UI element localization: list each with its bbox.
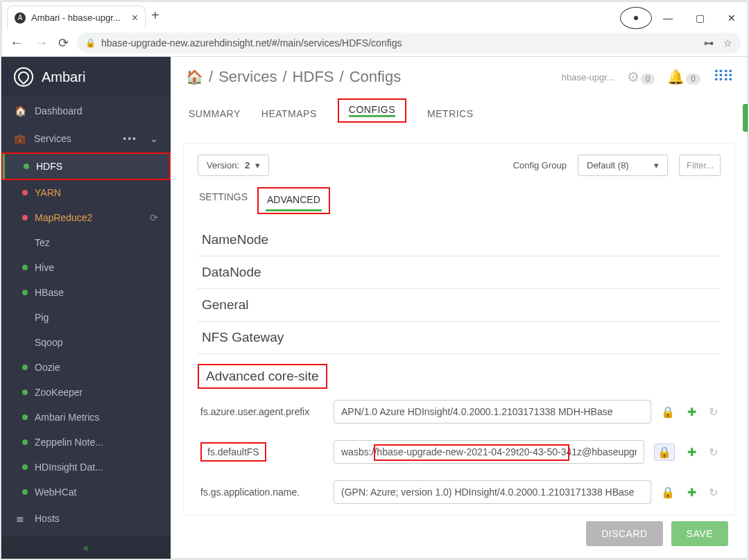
alerts-button[interactable]: 🔔0: [667, 69, 700, 85]
subtab-advanced[interactable]: ADVANCED: [266, 190, 322, 211]
status-dot-icon: [22, 464, 28, 470]
close-tab-icon[interactable]: ×: [132, 12, 138, 24]
profile-icon[interactable]: [620, 7, 652, 29]
url-text: hbase-upgrade-new.azurehdinsight.net/#/m…: [101, 37, 402, 49]
sidebar-item-hive[interactable]: Hive: [1, 255, 171, 280]
filter-input[interactable]: Filter...: [679, 155, 721, 176]
ambari-logo-icon: [14, 67, 33, 87]
sidebar-item-label: YARN: [35, 187, 61, 198]
status-dot-icon: [22, 439, 28, 445]
save-button[interactable]: SAVE: [671, 521, 728, 546]
sidebar-item-hdinsight-dat-[interactable]: HDInsight Dat...: [1, 455, 171, 480]
sidebar-item-label: HBase: [35, 287, 64, 298]
star-icon[interactable]: ☆: [723, 37, 732, 49]
new-tab-button[interactable]: +: [151, 8, 160, 24]
url-field[interactable]: 🔒 hbase-upgrade-new.azurehdinsight.net/#…: [77, 33, 741, 53]
minimize-button[interactable]: —: [652, 7, 684, 29]
browser-tab[interactable]: A Ambari - hbase-upgr... ×: [7, 6, 146, 29]
crumb-services[interactable]: Services: [218, 68, 277, 86]
nav-dashboard[interactable]: 🏠 Dashboard: [1, 97, 171, 125]
sidebar-item-label: Sqoop: [35, 337, 62, 348]
lock-icon: 🔒: [85, 38, 96, 48]
section-nfs-gateway[interactable]: NFS Gateway: [198, 322, 721, 354]
section-namenode[interactable]: NameNode: [198, 224, 721, 256]
property-label: fs.gs.application.name.: [200, 487, 324, 498]
tab-title: Ambari - hbase-upgr...: [31, 12, 121, 23]
sidebar-item-yarn[interactable]: YARN: [1, 180, 171, 205]
sidebar-item-sqoop[interactable]: Sqoop: [1, 330, 171, 355]
chevron-down-icon[interactable]: ⌄: [150, 133, 158, 144]
home-icon[interactable]: 🏠: [186, 69, 203, 85]
override-icon[interactable]: ✚: [687, 486, 696, 499]
sidebar-item-mapreduce2[interactable]: MapReduce2⟳: [1, 205, 171, 230]
sidebar-item-ambari-metrics[interactable]: Ambari Metrics: [1, 405, 171, 430]
scroll-indicator: [743, 104, 748, 132]
tab-metrics[interactable]: METRICS: [427, 97, 474, 130]
refresh-icon[interactable]: ⟳: [150, 212, 158, 223]
status-dot-icon: [22, 190, 28, 195]
version-selector[interactable]: Version: 2 ▾: [198, 155, 269, 176]
override-icon[interactable]: ✚: [687, 446, 696, 459]
config-group-value: Default (8): [587, 160, 629, 170]
config-group-select[interactable]: Default (8) ▾: [578, 155, 668, 176]
status-dot-icon: [22, 489, 28, 495]
annotation-redbox: fs.defaultFS: [200, 446, 266, 457]
lock-icon[interactable]: 🔒: [661, 486, 675, 499]
brand[interactable]: Ambari: [1, 57, 171, 97]
settings-button[interactable]: ⚙0: [627, 69, 655, 85]
tab-summary[interactable]: SUMMARY: [189, 97, 241, 130]
gear-icon: ⚙: [627, 69, 639, 85]
dashboard-label: Dashboard: [35, 105, 83, 116]
undo-icon[interactable]: ↻: [709, 446, 718, 459]
sidebar-item-webhcat[interactable]: WebHCat: [1, 480, 171, 505]
status-dot-icon: [22, 240, 28, 245]
property-label: fs.defaultFS: [200, 442, 266, 462]
status-dot-icon: [22, 265, 28, 270]
sidebar-item-label: Pig: [35, 312, 49, 323]
property-row: fs.gs.application.name.🔒✚↻: [198, 472, 721, 512]
sidebar-item-hdfs[interactable]: HDFS: [3, 154, 169, 179]
override-icon[interactable]: ✚: [687, 405, 696, 419]
sidebar-item-zeppelin-note-[interactable]: Zeppelin Note...: [1, 430, 171, 455]
sidebar-item-zookeeper[interactable]: ZooKeeper: [1, 380, 171, 405]
undo-icon[interactable]: ↻: [709, 486, 718, 499]
sidebar-item-pig[interactable]: Pig: [1, 305, 171, 330]
sidebar-item-label: Tez: [35, 237, 50, 248]
nav-services[interactable]: 💼 Services ••• ⌄: [1, 125, 171, 152]
lock-icon[interactable]: 🔒: [654, 444, 675, 461]
section-datanode[interactable]: DataNode: [198, 256, 721, 289]
sidebar-item-hbase[interactable]: HBase: [1, 280, 171, 305]
section-advanced-core-site[interactable]: Advanced core-site: [198, 364, 327, 389]
section-general[interactable]: General: [198, 289, 721, 322]
forward-button[interactable]: →: [33, 35, 50, 51]
crumb-hdfs[interactable]: HDFS: [293, 68, 334, 86]
lock-icon[interactable]: 🔒: [661, 405, 675, 419]
sidebar-item-tez[interactable]: Tez: [1, 230, 171, 255]
sidebar-collapse[interactable]: «: [1, 536, 171, 559]
hosts-label: Hosts: [35, 513, 60, 524]
breadcrumb: 🏠 / Services / HDFS / Configs: [186, 68, 401, 86]
key-icon[interactable]: ⊶: [704, 37, 714, 49]
sidebar-item-label: Hive: [35, 262, 54, 273]
reload-button[interactable]: ⟳: [58, 35, 69, 51]
tab-heatmaps[interactable]: HEATMAPS: [261, 97, 317, 130]
cluster-name[interactable]: hbase-upgr...: [562, 72, 614, 82]
maximize-button[interactable]: ▢: [684, 7, 716, 29]
tab-configs[interactable]: CONFIGS: [349, 104, 395, 117]
version-label: Version:: [207, 160, 239, 170]
property-row: fs.defaultFS🔒✚↻: [198, 432, 721, 472]
back-button[interactable]: ←: [8, 35, 25, 51]
property-input[interactable]: [334, 480, 651, 504]
sidebar-item-oozie[interactable]: Oozie: [1, 355, 171, 380]
status-dot-icon: [22, 390, 28, 395]
undo-icon[interactable]: ↻: [709, 405, 718, 419]
apps-grid-icon[interactable]: ⠿⠿: [713, 68, 732, 86]
status-dot-icon: [22, 315, 28, 320]
filter-placeholder: Filter...: [687, 160, 714, 170]
nav-hosts[interactable]: ≣ Hosts: [1, 505, 171, 532]
services-menu-icon[interactable]: •••: [123, 133, 137, 144]
property-input[interactable]: [334, 400, 651, 423]
discard-button[interactable]: DISCARD: [586, 521, 663, 546]
subtab-settings[interactable]: SETTINGS: [198, 187, 249, 214]
close-window-button[interactable]: ✕: [716, 7, 748, 29]
